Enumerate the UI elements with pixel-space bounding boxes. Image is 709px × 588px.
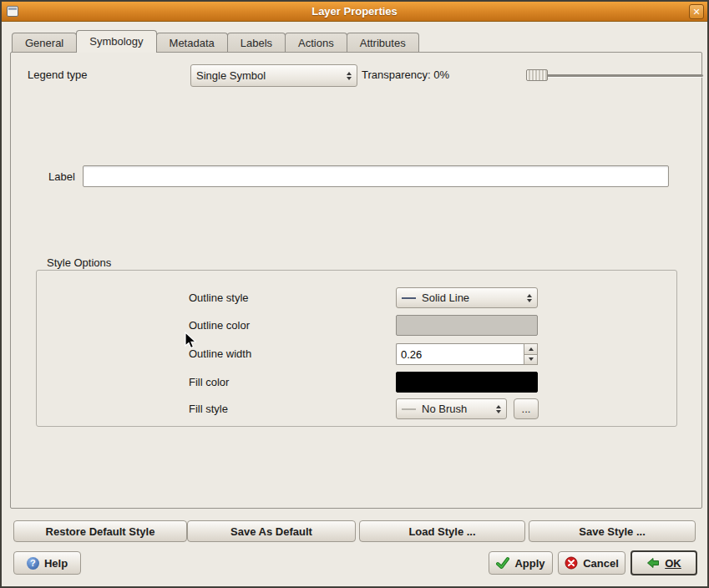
- solid-line-icon: [402, 297, 416, 299]
- outline-color-button[interactable]: [396, 315, 538, 336]
- tab-actions[interactable]: Actions: [285, 33, 347, 53]
- outline-width-input[interactable]: [396, 343, 524, 365]
- outline-color-label: Outline color: [189, 319, 250, 332]
- style-options-group: Style Options Outline style Solid Line O…: [36, 270, 677, 427]
- combo-updown-icon: [521, 294, 532, 302]
- combo-updown-icon: [341, 72, 352, 80]
- save-as-default-button[interactable]: Save As Default: [187, 520, 356, 542]
- spin-buttons: [524, 343, 538, 365]
- spin-down-button[interactable]: [524, 355, 538, 366]
- apply-check-icon: [496, 556, 509, 570]
- tab-metadata[interactable]: Metadata: [156, 33, 228, 53]
- arrow-down-icon: [529, 357, 534, 361]
- fill-style-more-button[interactable]: ...: [514, 398, 539, 419]
- ok-arrow-icon: [646, 556, 660, 570]
- save-style-button[interactable]: Save Style ...: [529, 520, 696, 542]
- slider-track: [526, 74, 703, 77]
- cancel-icon: [565, 556, 578, 570]
- combo-updown-icon: [490, 405, 501, 413]
- fill-style-select[interactable]: No Brush: [396, 398, 507, 419]
- fill-color-button[interactable]: [396, 372, 538, 393]
- fill-style-label: Fill style: [189, 403, 228, 415]
- close-button[interactable]: ✕: [689, 4, 704, 19]
- outline-style-select[interactable]: Solid Line: [396, 287, 538, 308]
- load-style-button[interactable]: Load Style ...: [359, 520, 525, 542]
- layer-properties-dialog: Layer Properties ✕ General Symbology Met…: [0, 0, 709, 588]
- legend-type-value: Single Symbol: [196, 69, 266, 82]
- slider-handle[interactable]: [526, 69, 548, 81]
- label-field-label: Label: [48, 170, 75, 183]
- cancel-button-label: Cancel: [583, 557, 619, 570]
- ok-button-label: OK: [665, 557, 681, 570]
- no-brush-icon: [402, 408, 416, 410]
- titlebar[interactable]: Layer Properties ✕: [2, 2, 707, 22]
- tab-labels[interactable]: Labels: [227, 33, 286, 53]
- close-icon: ✕: [692, 7, 700, 17]
- window-title: Layer Properties: [2, 5, 707, 18]
- apply-button[interactable]: Apply: [489, 551, 553, 575]
- fill-color-label: Fill color: [189, 376, 229, 388]
- help-button[interactable]: ? Help: [13, 551, 81, 575]
- help-button-label: Help: [44, 557, 68, 570]
- spin-up-button[interactable]: [524, 343, 538, 355]
- help-icon: ?: [27, 557, 39, 570]
- legend-type-select[interactable]: Single Symbol: [190, 64, 357, 87]
- tab-attributes[interactable]: Attributes: [347, 33, 419, 53]
- transparency-label: Transparency: 0%: [362, 68, 449, 81]
- tab-symbology[interactable]: Symbology: [76, 30, 156, 53]
- restore-default-style-button[interactable]: Restore Default Style: [13, 520, 187, 542]
- transparency-slider[interactable]: [526, 69, 703, 81]
- style-options-title: Style Options: [43, 256, 114, 269]
- label-input[interactable]: [83, 165, 669, 187]
- outline-style-value: Solid Line: [422, 291, 469, 304]
- tab-general[interactable]: General: [12, 33, 77, 53]
- fill-style-value: No Brush: [422, 403, 467, 415]
- apply-button-label: Apply: [514, 557, 544, 570]
- arrow-up-icon: [529, 347, 534, 351]
- legend-type-label: Legend type: [28, 68, 88, 81]
- outline-width-spinner: [396, 343, 538, 365]
- ok-button[interactable]: OK: [631, 550, 697, 575]
- outline-style-label: Outline style: [189, 291, 249, 304]
- tab-bar: General Symbology Metadata Labels Action…: [12, 31, 418, 53]
- outline-width-label: Outline width: [189, 347, 251, 360]
- cancel-button[interactable]: Cancel: [558, 551, 625, 575]
- symbology-panel: Legend type Single Symbol Transparency: …: [10, 52, 702, 509]
